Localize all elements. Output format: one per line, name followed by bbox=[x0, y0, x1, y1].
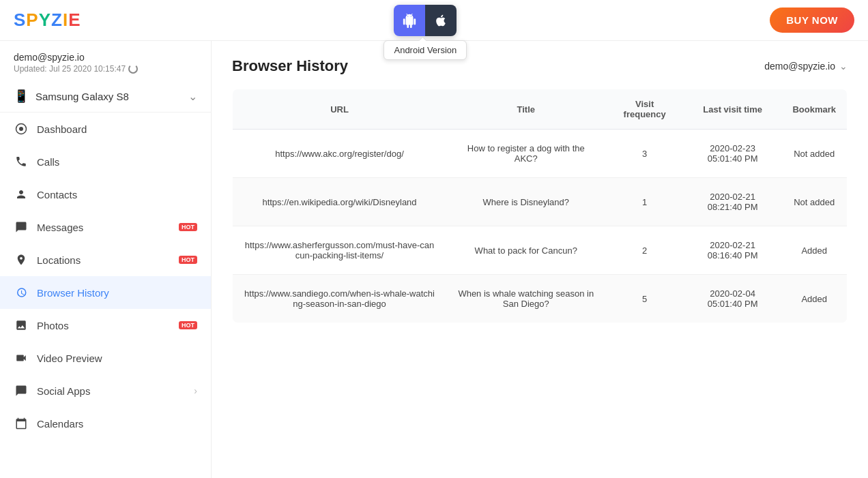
sidebar-item-messages[interactable]: Messages HOT bbox=[0, 211, 211, 243]
buy-now-button[interactable]: BUY NOW bbox=[770, 8, 854, 33]
browser-history-table: URL Title Visit frequency Last visit tim… bbox=[232, 89, 848, 323]
col-url: URL bbox=[233, 89, 447, 130]
cell-frequency: 1 bbox=[606, 178, 684, 226]
sidebar-item-label: Calls bbox=[37, 156, 197, 168]
sidebar-item-label: Photos bbox=[37, 320, 168, 331]
sidebar-item-label: Calendars bbox=[37, 418, 197, 430]
logo-e: E bbox=[68, 10, 81, 30]
sidebar-item-label: Browser History bbox=[37, 287, 197, 299]
logo-p: P bbox=[26, 10, 38, 30]
account-chevron-icon: ⌄ bbox=[839, 61, 848, 72]
sidebar-item-locations[interactable]: Locations HOT bbox=[0, 243, 211, 276]
col-frequency: Visit frequency bbox=[606, 89, 684, 130]
cell-title: What to pack for Cancun? bbox=[446, 226, 606, 275]
content-header: Browser History demo@spyzie.io ⌄ bbox=[232, 57, 848, 75]
logo-s: S bbox=[14, 10, 26, 30]
user-email: demo@spyzie.io bbox=[14, 52, 197, 63]
svg-point-1 bbox=[19, 127, 23, 131]
col-last-visit: Last visit time bbox=[684, 89, 782, 130]
messages-icon bbox=[14, 220, 29, 235]
content-area: Browser History demo@spyzie.io ⌄ URL Tit… bbox=[212, 41, 868, 478]
browser-history-icon bbox=[14, 285, 29, 300]
platform-switcher: Android Version bbox=[394, 5, 457, 36]
cell-bookmark: Not added bbox=[781, 178, 847, 226]
account-info[interactable]: demo@spyzie.io ⌄ bbox=[764, 61, 848, 72]
sidebar-item-label: Locations bbox=[37, 254, 168, 266]
cell-frequency: 3 bbox=[606, 130, 684, 178]
video-preview-icon bbox=[14, 350, 29, 365]
cell-bookmark: Added bbox=[781, 275, 847, 323]
sidebar-item-calls[interactable]: Calls bbox=[0, 145, 211, 178]
cell-bookmark: Not added bbox=[781, 130, 847, 178]
sidebar-item-dashboard[interactable]: Dashboard bbox=[0, 113, 211, 145]
logo: SPYZIE bbox=[14, 10, 81, 31]
user-info: demo@spyzie.io Updated: Jul 25 2020 10:1… bbox=[0, 41, 211, 80]
messages-hot-badge: HOT bbox=[179, 223, 197, 231]
table-row: https://en.wikipedia.org/wiki/Disneyland… bbox=[233, 178, 848, 226]
cell-frequency: 5 bbox=[606, 275, 684, 323]
refresh-icon[interactable] bbox=[128, 64, 138, 74]
sidebar-item-calendars[interactable]: Calendars bbox=[0, 407, 211, 440]
cell-last-visit: 2020-02-23 05:01:40 PM bbox=[684, 130, 782, 178]
calls-icon bbox=[14, 154, 29, 169]
cell-title: Where is Disneyland? bbox=[446, 178, 606, 226]
page-title: Browser History bbox=[232, 57, 348, 75]
ios-platform-button[interactable] bbox=[425, 5, 457, 36]
sidebar-item-photos[interactable]: Photos HOT bbox=[0, 309, 211, 342]
cell-last-visit: 2020-02-04 05:01:40 PM bbox=[684, 275, 782, 323]
sidebar-item-label: Contacts bbox=[37, 189, 197, 200]
platform-tooltip: Android Version bbox=[384, 40, 467, 60]
col-title: Title bbox=[446, 89, 606, 130]
android-platform-button[interactable] bbox=[394, 5, 425, 36]
logo-z: Z bbox=[51, 10, 63, 30]
sidebar-item-browser-history[interactable]: Browser History bbox=[0, 276, 211, 309]
platform-buttons bbox=[394, 5, 457, 36]
cell-title: How to register a dog with the AKC? bbox=[446, 130, 606, 178]
cell-title: When is whale watching season in San Die… bbox=[446, 275, 606, 323]
sidebar-item-label: Video Preview bbox=[37, 353, 197, 364]
device-icon: 📱 bbox=[14, 89, 29, 104]
sidebar-item-contacts[interactable]: Contacts bbox=[0, 178, 211, 211]
cell-bookmark: Added bbox=[781, 226, 847, 275]
cell-url: https://www.sandiego.com/when-is-whale-w… bbox=[233, 275, 447, 323]
sidebar-item-label: Social Apps bbox=[37, 385, 186, 397]
account-email: demo@spyzie.io bbox=[764, 61, 835, 72]
contacts-icon bbox=[14, 187, 29, 202]
sidebar-item-label: Messages bbox=[37, 222, 168, 233]
cell-url: https://www.akc.org/register/dog/ bbox=[233, 130, 447, 178]
cell-url: https://en.wikipedia.org/wiki/Disneyland bbox=[233, 178, 447, 226]
cell-last-visit: 2020-02-21 08:16:40 PM bbox=[684, 226, 782, 275]
main-layout: demo@spyzie.io Updated: Jul 25 2020 10:1… bbox=[0, 41, 868, 478]
cell-frequency: 2 bbox=[606, 226, 684, 275]
social-apps-icon bbox=[14, 383, 29, 398]
social-apps-arrow-icon: › bbox=[194, 385, 197, 396]
device-name: 📱 Samsung Galaxy S8 bbox=[14, 89, 129, 104]
topbar: SPYZIE Android Version BUY NOW bbox=[0, 0, 868, 41]
logo-y: Y bbox=[39, 10, 51, 30]
locations-icon bbox=[14, 252, 29, 267]
sidebar-item-social-apps[interactable]: Social Apps › bbox=[0, 374, 211, 407]
col-bookmark: Bookmark bbox=[781, 89, 847, 130]
cell-last-visit: 2020-02-21 08:21:40 PM bbox=[684, 178, 782, 226]
sidebar-item-label: Dashboard bbox=[37, 123, 197, 135]
sidebar: demo@spyzie.io Updated: Jul 25 2020 10:1… bbox=[0, 41, 212, 478]
user-updated: Updated: Jul 25 2020 10:15:47 bbox=[14, 64, 197, 74]
photos-icon bbox=[14, 318, 29, 333]
cell-url: https://www.asherfergusson.com/must-have… bbox=[233, 226, 447, 275]
calendars-icon bbox=[14, 416, 29, 431]
table-row: https://www.asherfergusson.com/must-have… bbox=[233, 226, 848, 275]
logo-i: I bbox=[63, 10, 68, 30]
table-row: https://www.akc.org/register/dog/ How to… bbox=[233, 130, 848, 178]
sidebar-item-video-preview[interactable]: Video Preview bbox=[0, 342, 211, 374]
nav-items: Dashboard Calls Contacts Messages HOT bbox=[0, 113, 211, 478]
photos-hot-badge: HOT bbox=[179, 321, 197, 329]
table-row: https://www.sandiego.com/when-is-whale-w… bbox=[233, 275, 848, 323]
dashboard-icon bbox=[14, 121, 29, 136]
locations-hot-badge: HOT bbox=[179, 256, 197, 264]
device-selector[interactable]: 📱 Samsung Galaxy S8 ⌄ bbox=[0, 80, 211, 113]
device-chevron-icon: ⌄ bbox=[188, 90, 197, 103]
